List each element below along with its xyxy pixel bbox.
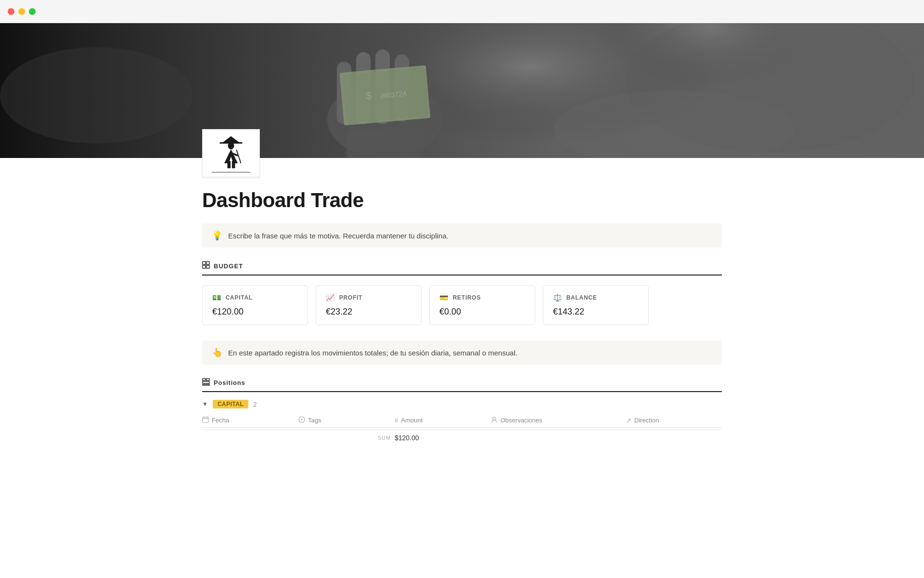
- svg-rect-30: [203, 379, 205, 381]
- card-balance-value: €143.22: [553, 307, 639, 317]
- col-tags-label: Tags: [308, 417, 321, 424]
- budget-icon: [202, 261, 210, 271]
- callout-positions-text: En este apartado registra los movimiento…: [228, 349, 517, 357]
- positions-icon: [202, 378, 210, 387]
- svg-marker-18: [222, 136, 240, 143]
- card-profit-header: 📈 PROFIT: [326, 293, 411, 302]
- svg-line-24: [236, 150, 241, 163]
- fecha-col-icon: [202, 416, 209, 424]
- sum-value: $120.00: [395, 434, 419, 442]
- svg-marker-21: [224, 149, 238, 163]
- positions-table: Fecha Tags # Amount: [202, 413, 722, 446]
- col-dir-header: ↗ Direction: [626, 417, 722, 424]
- card-retiros-value: €0.00: [439, 307, 525, 317]
- callout-motivation: 💡 Escribe la frase que más te motiva. Re…: [202, 223, 722, 248]
- card-profit-label: PROFIT: [339, 294, 362, 301]
- group-capital-tag[interactable]: CAPITAL: [213, 400, 248, 408]
- svg-rect-34: [203, 417, 208, 422]
- card-retiros-header: 💳 RETIROS: [439, 293, 525, 302]
- card-retiros: 💳 RETIROS €0.00: [429, 285, 535, 325]
- svg-rect-31: [206, 379, 209, 381]
- obs-col-icon: [491, 416, 498, 424]
- hand-icon: 👆: [212, 347, 222, 358]
- samurai-icon: [217, 134, 245, 170]
- main-content: Dashboard Trade 💡 Escribe la frase que m…: [154, 129, 770, 446]
- card-profit: 📈 PROFIT €23.22: [316, 285, 422, 325]
- svg-rect-27: [206, 262, 209, 264]
- balance-icon: ⚖️: [553, 293, 563, 302]
- logo-box: [202, 129, 260, 177]
- col-amount-header: # Amount: [395, 417, 491, 424]
- table-header-row: Fecha Tags # Amount: [202, 413, 722, 428]
- budget-cards: 💵 CAPITAL €120.00 📈 PROFIT €23.22 💳 RETI…: [202, 285, 722, 325]
- maximize-button[interactable]: [29, 8, 36, 15]
- minimize-button[interactable]: [18, 8, 25, 15]
- card-profit-value: €23.22: [326, 307, 411, 317]
- col-fecha-header: Fecha: [202, 416, 298, 424]
- card-capital: 💵 CAPITAL €120.00: [202, 285, 308, 325]
- titlebar: [0, 0, 924, 23]
- positions-section-header: Positions: [202, 378, 722, 392]
- card-capital-value: €120.00: [212, 307, 298, 317]
- card-balance-label: BALANCE: [566, 294, 597, 301]
- svg-point-20: [228, 142, 234, 149]
- svg-rect-29: [206, 265, 209, 268]
- svg-rect-32: [203, 381, 209, 383]
- card-balance-header: ⚖️ BALANCE: [553, 293, 639, 302]
- svg-text:$: $: [365, 89, 372, 102]
- callout-motivation-text: Escribe la frase que más te motiva. Recu…: [228, 232, 449, 240]
- card-capital-label: CAPITAL: [226, 294, 253, 301]
- card-balance: ⚖️ BALANCE €143.22: [543, 285, 649, 325]
- logo-line: [212, 172, 250, 172]
- card-capital-header: 💵 CAPITAL: [212, 293, 298, 302]
- svg-point-40: [493, 417, 496, 420]
- col-amount-label: Amount: [401, 417, 423, 424]
- col-obs-label: Observaciones: [500, 417, 542, 424]
- profit-icon: 📈: [326, 293, 335, 302]
- lightbulb-icon: 💡: [212, 230, 222, 241]
- svg-rect-23: [232, 161, 235, 168]
- positions-section-label: Positions: [214, 379, 245, 386]
- capital-icon: 💵: [212, 293, 222, 302]
- card-retiros-label: RETIROS: [453, 294, 481, 301]
- svg-rect-22: [228, 161, 231, 168]
- sum-row: SUM $120.00: [202, 430, 722, 446]
- svg-point-39: [301, 419, 303, 420]
- col-tags-header: Tags: [298, 416, 395, 424]
- col-dir-label: Direction: [634, 417, 659, 424]
- logo-container: [202, 129, 722, 177]
- sum-label: SUM: [202, 435, 395, 441]
- dir-col-icon: ↗: [626, 417, 631, 424]
- page-title: Dashboard Trade: [202, 189, 722, 212]
- col-obs-header: Observaciones: [491, 416, 626, 424]
- callout-positions: 👆 En este apartado registra los movimien…: [202, 341, 722, 365]
- svg-rect-26: [203, 262, 205, 264]
- svg-rect-33: [203, 384, 209, 385]
- amount-col-icon: #: [395, 417, 398, 424]
- group-capital-row: ▼ CAPITAL 2: [202, 400, 722, 408]
- budget-section-label: BUDGET: [214, 263, 243, 270]
- budget-section-header: BUDGET: [202, 261, 722, 276]
- close-button[interactable]: [8, 8, 14, 15]
- tags-col-icon: [298, 416, 305, 424]
- retiros-icon: 💳: [439, 293, 449, 302]
- svg-point-15: [0, 47, 192, 144]
- group-capital-count: 2: [253, 401, 257, 408]
- svg-rect-28: [203, 265, 205, 268]
- chevron-down-icon[interactable]: ▼: [202, 401, 208, 407]
- col-fecha-label: Fecha: [212, 417, 229, 424]
